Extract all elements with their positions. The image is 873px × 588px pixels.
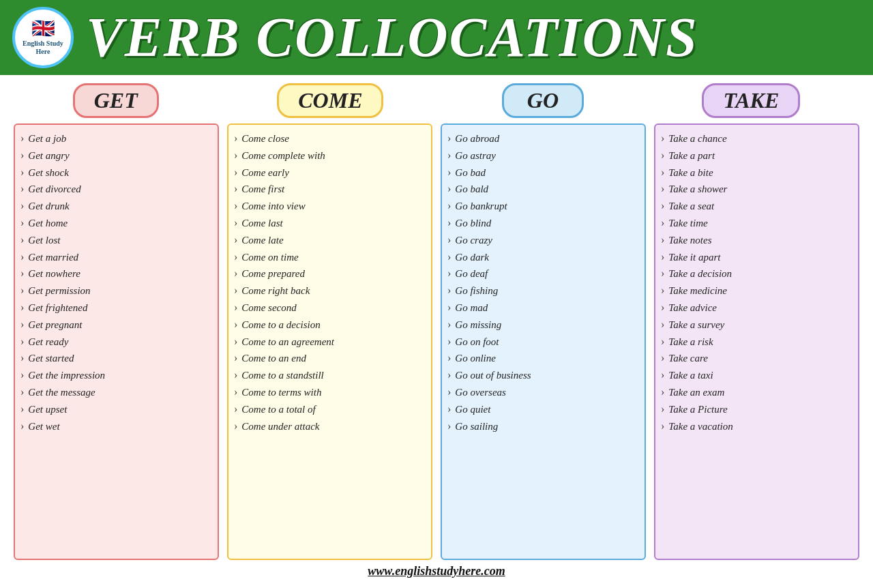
list-item: Get lost: [20, 232, 211, 249]
list-item: Take care: [661, 350, 851, 367]
list-item: Get angry: [20, 147, 211, 164]
list-item: Go dark: [447, 249, 638, 266]
list-item: Take a seat: [661, 198, 851, 215]
list-item: Get ready: [20, 334, 211, 351]
list-item: Go missing: [447, 317, 638, 334]
list-item: Go out of business: [447, 367, 638, 384]
list-item: Go deaf: [447, 265, 638, 282]
list-item: Get permission: [20, 282, 211, 299]
come-column: Come closeCome complete withCome earlyCo…: [227, 123, 432, 560]
list-item: Go sailing: [447, 418, 638, 435]
list-item: Come close: [234, 130, 424, 147]
list-item: Come early: [234, 164, 424, 181]
list-item: Take a chance: [661, 130, 851, 147]
cat-label-come: COME: [277, 83, 383, 118]
list-item: Get upset: [20, 401, 211, 418]
list-item: Go fishing: [447, 282, 638, 299]
list-item: Take a taxi: [661, 367, 851, 384]
list-item: Come to terms with: [234, 384, 424, 401]
list-item: Go abroad: [447, 130, 638, 147]
list-item: Come to a decision: [234, 317, 424, 334]
go-column: Go abroadGo astrayGo badGo baldGo bankru…: [441, 123, 646, 560]
list-item: Come second: [234, 299, 424, 317]
list-item: Come to an end: [234, 350, 424, 367]
list-item: Go bad: [447, 164, 638, 181]
list-item: Come to a total of: [234, 401, 424, 418]
list-item: Come to a standstill: [234, 367, 424, 384]
header: 🇬🇧 English StudyHere VERB COLLOCATIONS: [0, 0, 873, 75]
list-item: Get home: [20, 215, 211, 232]
list-item: Get married: [20, 249, 211, 266]
list-item: Get the impression: [20, 367, 211, 384]
list-item: Take a risk: [661, 334, 851, 351]
list-item: Take notes: [661, 232, 851, 249]
list-item: Come late: [234, 232, 424, 249]
list-item: Come right back: [234, 282, 424, 299]
list-item: Take a Picture: [661, 401, 851, 418]
list-item: Come under attack: [234, 418, 424, 435]
list-item: Take a survey: [661, 317, 851, 334]
list-item: Go crazy: [447, 232, 638, 249]
list-item: Take a bite: [661, 164, 851, 181]
list-item: Come to an agreement: [234, 334, 424, 351]
list-item: Come on time: [234, 249, 424, 266]
take-column: Take a chanceTake a partTake a biteTake …: [654, 123, 859, 560]
cat-label-get: GET: [73, 83, 159, 118]
category-headers: GET COME GO TAKE: [14, 83, 859, 118]
list-item: Go bald: [447, 181, 638, 198]
cat-label-take: TAKE: [702, 83, 800, 118]
cat-label-go: GO: [502, 83, 584, 118]
list-item: Take a decision: [661, 265, 851, 282]
list-item: Get shock: [20, 164, 211, 181]
list-item: Come last: [234, 215, 424, 232]
page-wrapper: 🇬🇧 English StudyHere VERB COLLOCATIONS G…: [0, 0, 873, 588]
list-item: Take a shower: [661, 181, 851, 198]
list-item: Get started: [20, 350, 211, 367]
list-item: Go astray: [447, 147, 638, 164]
list-item: Go overseas: [447, 384, 638, 401]
columns: Get a jobGet angryGet shockGet divorcedG…: [14, 123, 859, 560]
logo: 🇬🇧 English StudyHere: [12, 7, 74, 68]
list-item: Come first: [234, 181, 424, 198]
list-item: Get wet: [20, 418, 211, 435]
list-item: Get nowhere: [20, 265, 211, 282]
list-item: Come into view: [234, 198, 424, 215]
list-item: Take a part: [661, 147, 851, 164]
content-area: GET COME GO TAKE Get a jobGet angryGet s…: [0, 75, 873, 588]
list-item: Take a vacation: [661, 418, 851, 435]
list-item: Go online: [447, 350, 638, 367]
list-item: Get pregnant: [20, 317, 211, 334]
list-item: Get divorced: [20, 181, 211, 198]
footer-url: www.englishstudyhere.com: [14, 560, 859, 584]
list-item: Take time: [661, 215, 851, 232]
list-item: Come complete with: [234, 147, 424, 164]
list-item: Go quiet: [447, 401, 638, 418]
list-item: Go blind: [447, 215, 638, 232]
list-item: Take medicine: [661, 282, 851, 299]
list-item: Get frightened: [20, 299, 211, 317]
list-item: Come prepared: [234, 265, 424, 282]
list-item: Take advice: [661, 299, 851, 317]
list-item: Take an exam: [661, 384, 851, 401]
list-item: Go mad: [447, 299, 638, 317]
list-item: Get drunk: [20, 198, 211, 215]
list-item: Go on foot: [447, 334, 638, 351]
list-item: Get a job: [20, 130, 211, 147]
page-title: VERB COLLOCATIONS: [86, 10, 698, 65]
get-column: Get a jobGet angryGet shockGet divorcedG…: [14, 123, 219, 560]
list-item: Go bankrupt: [447, 198, 638, 215]
list-item: Take it apart: [661, 249, 851, 266]
logo-text: English StudyHere: [23, 40, 63, 56]
list-item: Get the message: [20, 384, 211, 401]
logo-flag: 🇬🇧: [31, 19, 55, 38]
